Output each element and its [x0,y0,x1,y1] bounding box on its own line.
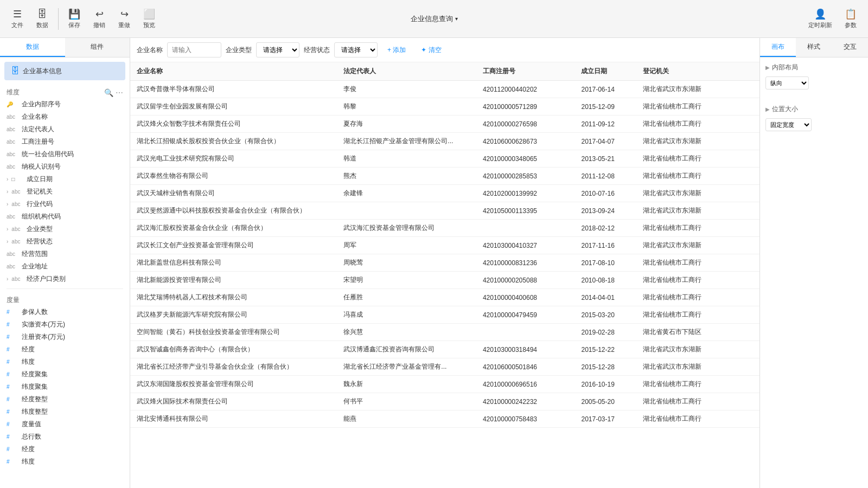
table-row[interactable]: 武汉长江文创产业投资基金管理有限公司 周军 420103000410327 20… [130,237,760,254]
table-row[interactable]: 武汉留学生创业园发展有限公司 韩黎 420100000571289 2015-1… [130,98,760,115]
measure-item[interactable]: #参保人数 [2,306,127,318]
cell-company: 武汉格罗夫新能源汽车研究院有限公司 [130,306,337,324]
table-row[interactable]: 武汉奇普微半导体有限公司 李俊 420112000440202 2017-06-… [130,81,760,98]
params-button[interactable]: 📋 参数 [839,6,863,31]
toolbar-divider-1 [58,8,59,30]
dim-item[interactable]: ›□成立日期 [2,173,127,185]
dim-item[interactable]: abc工商注册号 [2,136,127,148]
measure-item[interactable]: #经度 [2,443,127,455]
table-row[interactable]: 湖北长江招银成长股权投资合伙企业（有限合伙） 湖北长江招银产业基金管理有限公司.… [130,133,760,150]
data-icon: 🗄 [37,9,47,20]
table-row[interactable]: 湖北新盖世信息科技有限公司 周晓莺 420100000831236 2017-0… [130,254,760,272]
measure-item[interactable]: #纬度聚集 [2,381,127,393]
cell-reg: 420100000479459 [476,306,575,324]
layout-row: 纵向横向 [765,76,863,89]
table-row[interactable]: 湖北艾瑞博特机器人工程技术有限公司 任雁胜 420100000400608 20… [130,289,760,306]
measure-item[interactable]: #经度聚集 [2,368,127,381]
tab-canvas[interactable]: 画布 [760,38,796,57]
dim-item[interactable]: abc法定代表人 [2,123,127,136]
dim-item[interactable]: abc企业名称 [2,111,127,123]
cell-legal: 武汉博通鑫汇投资咨询有限公司 [337,341,476,358]
cell-date: 2017-08-10 [575,254,636,272]
table-row[interactable]: 武汉泰然生物谷有限公司 熊杰 420100000285853 2011-12-0… [130,168,760,185]
table-row[interactable]: 湖北省长江经济带产业引导基金合伙企业（有限合伙） 湖北省长江经济带产业基金管理有… [130,358,760,376]
save-icon: 💾 [68,8,80,20]
tab-data[interactable]: 数据 [0,38,65,57]
cell-date: 2013-09-24 [575,202,636,220]
company-type-select[interactable]: 请选择 [256,42,299,57]
dim-item[interactable]: ›abc行业代码 [2,198,127,210]
file-button[interactable]: ☰ 文件 [5,6,29,31]
save-button[interactable]: 💾 保存 [62,6,86,31]
expand-icon[interactable]: ⋯ [116,88,123,97]
measure-label: 总行数 [22,432,41,441]
measure-item[interactable]: #经度 [2,343,127,356]
filter-bar: 企业名称 企业类型 请选择 经营状态 请选择 + 添加 ✦ 清空 [130,38,760,62]
table-row[interactable]: 武汉烽火国际技术有限责任公司 何书平 420100000242232 2005-… [130,393,760,410]
measure-item[interactable]: #注册资本(万元) [2,331,127,343]
dim-item[interactable]: abc企业地址 [2,260,127,273]
cell-date: 2017-06-14 [575,81,636,98]
cell-company: 武汉斐然源通中以科技股权投资基金合伙企业（有限合伙） [130,202,337,220]
tab-style[interactable]: 样式 [796,38,832,57]
cell-auth: 湖北省武汉市东湖新 [636,185,760,202]
table-row[interactable]: 湖北新能源投资管理有限公司 宋望明 420100000205088 2010-0… [130,272,760,289]
undo-button[interactable]: ↩ 撤销 [87,6,111,31]
dim-item[interactable]: ›abc经营状态 [2,235,127,248]
table-row[interactable]: 武汉格罗夫新能源汽车研究院有限公司 冯喜成 420100000479459 20… [130,306,760,324]
main-layout: 数据 组件 🗄 企业基本信息 维度 🔍 ⋯ 🔑企业内部序号abc企业名称abc法… [0,38,868,488]
measure-item[interactable]: #实缴资本(万元) [2,318,127,331]
cell-reg: 420100000348065 [476,150,575,168]
measure-item[interactable]: #总行数 [2,431,127,443]
dim-item[interactable]: 🔑企业内部序号 [2,98,127,111]
position-select[interactable]: 固定宽度自适应宽度 [765,118,812,131]
dim-item[interactable]: abc经营范围 [2,248,127,260]
add-filter-button[interactable]: + 添加 [382,43,411,57]
table-row[interactable]: 武汉斐然源通中以科技股权投资基金合伙企业（有限合伙） 4201050001133… [130,202,760,220]
left-panel: 数据 组件 🗄 企业基本信息 维度 🔍 ⋯ 🔑企业内部序号abc企业名称abc法… [0,38,130,488]
cell-legal: 周晓莺 [337,254,476,272]
measure-item[interactable]: #经度整型 [2,393,127,406]
dim-item[interactable]: abc组织机构代码 [2,210,127,223]
measure-item[interactable]: #纬度整型 [2,406,127,418]
right-tabs: 画布 样式 交互 [760,38,868,57]
layout-collapse-arrow[interactable]: ▶ [765,65,770,70]
measure-item[interactable]: #纬度 [2,356,127,368]
table-row[interactable]: 武汉光电工业技术研究院有限公司 韩道 420100000348065 2013-… [130,150,760,168]
table-row[interactable]: 武汉天城梓业销售有限公司 余建锋 420102000139992 2010-07… [130,185,760,202]
dim-item[interactable]: ›abc企业类型 [2,223,127,235]
measure-type: # [7,322,20,328]
preview-button[interactable]: ⬜ 预览 [137,6,161,31]
company-name-input[interactable] [167,42,221,57]
datasource-item[interactable]: 🗄 企业基本信息 [4,62,125,80]
measure-item[interactable]: #纬度 [2,455,127,468]
table-row[interactable]: 武汉海汇股权投资基金合伙企业（有限合伙） 武汉海汇投资基金管理有限公司 2018… [130,220,760,237]
table-row[interactable]: 武汉智诚鑫创商务咨询中心（有限合伙） 武汉博通鑫汇投资咨询有限公司 420103… [130,341,760,358]
dim-item[interactable]: abc统一社会信用代码 [2,148,127,160]
table-row[interactable]: 湖北安博通科技有限公司 能燕 420100000758483 2017-03-1… [130,410,760,428]
biz-status-select[interactable]: 请选择 [334,42,378,57]
cell-auth: 湖北省武汉市东湖新 [636,202,760,220]
measure-item[interactable]: #度量值 [2,418,127,431]
dim-item[interactable]: ›abc经济户口类别 [2,273,127,285]
table-row[interactable]: 空间智能（黄石）科技创业投资基金管理有限公司 徐兴慧 2019-02-28 湖北… [130,324,760,341]
data-button[interactable]: 🗄 数据 [30,7,54,31]
cell-auth: 湖北省仙桃市工商行 [636,168,760,185]
dim-item[interactable]: ›abc登记机关 [2,185,127,198]
measure-label: 纬度 [22,457,35,466]
tab-group[interactable]: 组件 [65,38,130,57]
dim-label: 统一社会信用代码 [22,150,74,159]
search-icon[interactable]: 🔍 [104,88,113,97]
position-collapse-arrow[interactable]: ▶ [765,106,770,112]
cell-legal: 韩道 [337,150,476,168]
clear-filter-button[interactable]: ✦ 清空 [416,43,446,57]
layout-select[interactable]: 纵向横向 [765,76,809,89]
cell-reg: 420100000285853 [476,168,575,185]
dim-item[interactable]: abc纳税人识别号 [2,160,127,173]
table-row[interactable]: 武汉东湖国隆股权投资基金管理有限公司 魏永新 420100000696516 2… [130,376,760,393]
table-row[interactable]: 武汉烽火众智数字技术有限责任公司 夏存海 420100000276598 201… [130,115,760,133]
cell-auth: 湖北省武汉市东湖新 [636,358,760,376]
tab-interact[interactable]: 交互 [832,38,868,57]
redo-button[interactable]: ↪ 重做 [112,6,136,31]
timer-button[interactable]: 👤 定时刷新 [803,6,838,31]
